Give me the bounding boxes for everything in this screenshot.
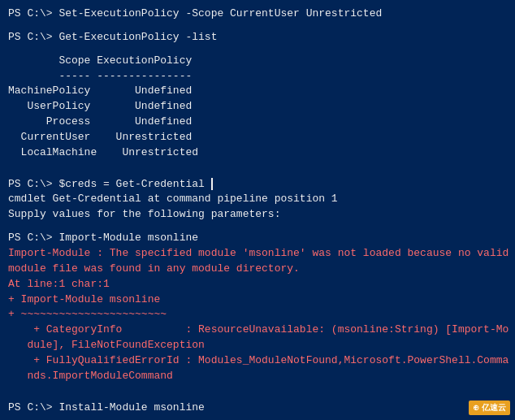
line-install: PS C:\> Install-Module msonline [8, 401, 507, 416]
line-err2: module file was found in any module dire… [8, 262, 507, 277]
policy-machine: MachinePolicy Undefined [8, 84, 507, 99]
policy-localmachine: LocalMachine Unrestricted [8, 145, 507, 161]
line-1: PS C:\> Set-ExecutionPolicy -Scope Curre… [8, 6, 507, 22]
terminal: PS C:\> Set-ExecutionPolicy -Scope Curre… [0, 0, 515, 420]
watermark-logo: ⊕ 亿速云 [469, 401, 510, 415]
policy-process: Process Undefined [8, 115, 507, 130]
policy-user: UserPolicy Undefined [8, 99, 507, 115]
policy-divider: ----- --------------- [8, 69, 507, 84]
line-import1: PS C:\> Import-Module msonline [8, 231, 507, 246]
line-err9: nds.ImportModuleCommand [8, 369, 507, 384]
line-err5: + ~~~~~~~~~~~~~~~~~~~~~~~ [8, 307, 507, 323]
policy-header: Scope ExecutionPolicy [8, 54, 507, 69]
line-err4: + Import-Module msonline [8, 292, 507, 308]
line-supply: Supply values for the following paramete… [8, 207, 507, 223]
line-cred: PS C:\> $creds = Get-Credential [8, 177, 507, 193]
line-err3: At line:1 char:1 [8, 277, 507, 292]
line-err1: Import-Module : The specified module 'ms… [8, 246, 507, 262]
line-err8: + FullyQualifiedErrorId : Modules_Module… [8, 353, 507, 369]
line-3: PS C:\> Get-ExecutionPolicy -list [8, 30, 507, 45]
policy-currentuser: CurrentUser Unrestricted [8, 130, 507, 145]
line-err6: + CategoryInfo : ResourceUnavailable: (m… [8, 323, 507, 338]
line-err7: dule], FileNotFoundException [8, 338, 507, 353]
line-cmdlet: cmdlet Get-Credential at command pipelin… [8, 192, 507, 207]
